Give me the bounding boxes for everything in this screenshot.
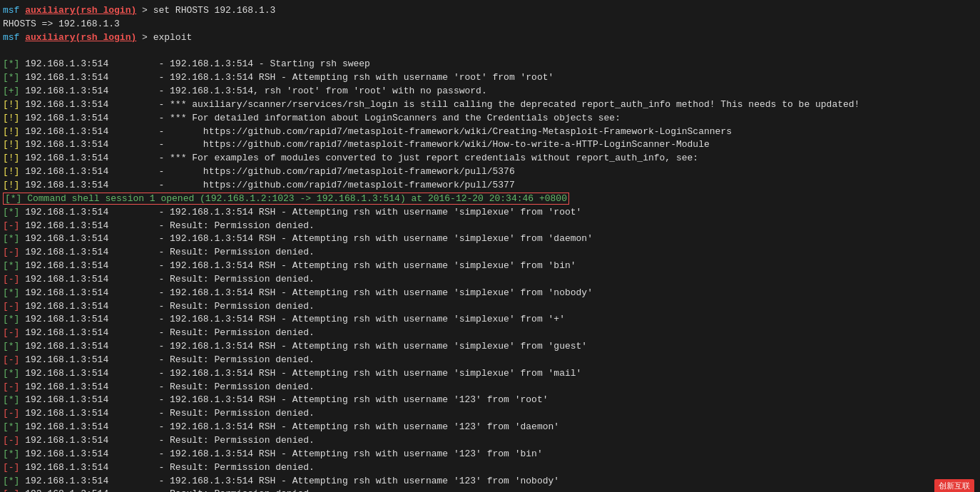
- log-tag: [!]: [3, 166, 19, 177]
- log-tag: [*]: [3, 394, 19, 405]
- terminal-line: [*] 192.168.1.3:514 - 192.168.1.3:514 RS…: [3, 448, 977, 461]
- log-tag: [-]: [3, 462, 19, 473]
- log-tag: [-]: [3, 381, 19, 392]
- terminal-line: [!] 192.168.1.3:514 - *** auxiliary/scan…: [3, 98, 977, 112]
- log-tag: [*]: [3, 287, 19, 298]
- terminal-line: [*] Command shell session 1 opened (192.…: [3, 193, 977, 206]
- module-name: auxiliary(rsh_login): [25, 32, 136, 43]
- log-text: 192.168.1.3:514 - Result: Permission den…: [19, 327, 314, 338]
- prompt-command: > exploit: [142, 32, 192, 43]
- log-text: 192.168.1.3:514 - 192.168.1.3:514 RSH - …: [19, 260, 576, 271]
- log-tag: [*]: [3, 58, 19, 69]
- log-tag: [*]: [3, 476, 19, 486]
- watermark-badge: 创新互联: [934, 479, 974, 492]
- terminal-line: [-] 192.168.1.3:514 - Result: Permission…: [3, 354, 977, 367]
- log-text: 192.168.1.3:514 - Result: Permission den…: [19, 220, 314, 231]
- terminal-line: [*] 192.168.1.3:514 - 192.168.1.3:514 - …: [3, 58, 977, 71]
- log-text: 192.168.1.3:514 - 192.168.1.3:514 RSH - …: [19, 314, 565, 324]
- terminal-line: msf auxiliary(rsh_login) > set RHOSTS 19…: [3, 4, 977, 18]
- log-text: 192.168.1.3:514 - https://github.com/rap…: [19, 180, 514, 190]
- log-tag: [*]: [3, 72, 19, 83]
- terminal-line: [*] 192.168.1.3:514 - 192.168.1.3:514 RS…: [3, 206, 977, 220]
- terminal-line: [-] 192.168.1.3:514 - Result: Permission…: [3, 246, 977, 260]
- log-tag: [*]: [3, 260, 19, 271]
- log-text: 192.168.1.3:514 - https://github.com/rap…: [19, 126, 732, 137]
- log-tag: [!]: [3, 153, 19, 163]
- log-tag: [*]: [3, 207, 19, 217]
- log-tag: [-]: [3, 220, 19, 231]
- log-tag: [*]: [3, 233, 19, 244]
- terminal-line: [*] 192.168.1.3:514 - 192.168.1.3:514 RS…: [3, 313, 977, 327]
- terminal-line: [!] 192.168.1.3:514 - https://github.com…: [3, 165, 977, 179]
- log-tag: [!]: [3, 113, 19, 123]
- log-tag: [-]: [3, 274, 19, 285]
- module-name: auxiliary(rsh_login): [25, 5, 136, 16]
- log-text: 192.168.1.3:514 - 192.168.1.3:514 RSH - …: [19, 287, 593, 298]
- terminal-line: [-] 192.168.1.3:514 - Result: Permission…: [3, 407, 977, 421]
- terminal-line: [-] 192.168.1.3:514 - Result: Permission…: [3, 300, 977, 314]
- log-text: 192.168.1.3:514 - 192.168.1.3:514 - Star…: [19, 58, 369, 69]
- terminal-line: [+] 192.168.1.3:514 - 192.168.1.3:514, r…: [3, 85, 977, 98]
- log-tag: [*]: [3, 314, 19, 324]
- log-text: 192.168.1.3:514 - 192.168.1.3:514 RSH - …: [19, 233, 593, 244]
- terminal-line: msf auxiliary(rsh_login) > exploit: [3, 31, 977, 45]
- terminal-output: msf auxiliary(rsh_login) > set RHOSTS 19…: [3, 4, 977, 492]
- log-tag: [-]: [3, 488, 19, 492]
- terminal-line: [-] 192.168.1.3:514 - Result: Permission…: [3, 327, 977, 340]
- terminal-line: [*] 192.168.1.3:514 - 192.168.1.3:514 RS…: [3, 367, 977, 381]
- log-text: 192.168.1.3:514 - Result: Permission den…: [19, 462, 314, 473]
- terminal-line: [-] 192.168.1.3:514 - Result: Permission…: [3, 461, 977, 475]
- log-text: 192.168.1.3:514 - 192.168.1.3:514 RSH - …: [19, 449, 542, 459]
- msf-prompt: msf: [3, 5, 19, 16]
- log-text: 192.168.1.3:514 - Result: Permission den…: [19, 435, 314, 446]
- terminal-line: [-] 192.168.1.3:514 - Result: Permission…: [3, 434, 977, 448]
- log-text: 192.168.1.3:514 - https://github.com/rap…: [19, 166, 514, 177]
- log-tag: [-]: [3, 247, 19, 257]
- terminal-line: [!] 192.168.1.3:514 - https://github.com…: [3, 125, 977, 139]
- log-text: 192.168.1.3:514 - 192.168.1.3:514 RSH - …: [19, 421, 559, 432]
- log-tag: [-]: [3, 408, 19, 419]
- output-text: RHOSTS => 192.168.1.3: [3, 19, 120, 29]
- log-tag: [*]: [3, 421, 19, 432]
- log-text: 192.168.1.3:514 - *** For detailed infor…: [19, 113, 621, 123]
- log-text: 192.168.1.3:514 - Result: Permission den…: [19, 408, 314, 419]
- log-text: 192.168.1.3:514 - 192.168.1.3:514 RSH - …: [19, 72, 553, 83]
- log-tag: [-]: [3, 354, 19, 365]
- log-tag: [-]: [3, 301, 19, 312]
- log-text: 192.168.1.3:514 - https://github.com/rap…: [19, 139, 709, 150]
- terminal-line: [-] 192.168.1.3:514 - Result: Permission…: [3, 488, 977, 492]
- log-text: 192.168.1.3:514 - 192.168.1.3:514 RSH - …: [19, 368, 581, 379]
- log-text: 192.168.1.3:514 - 192.168.1.3:514, rsh '…: [19, 86, 486, 96]
- terminal-line: [*] 192.168.1.3:514 - 192.168.1.3:514 RS…: [3, 475, 977, 488]
- log-tag: [-]: [3, 435, 19, 446]
- log-tag: [!]: [3, 126, 19, 137]
- terminal-line: [*] 192.168.1.3:514 - 192.168.1.3:514 RS…: [3, 287, 977, 300]
- terminal-line: [3, 45, 977, 58]
- log-text: 192.168.1.3:514 - *** For examples of mo…: [19, 153, 698, 163]
- terminal-line: [-] 192.168.1.3:514 - Result: Permission…: [3, 273, 977, 287]
- log-text: 192.168.1.3:514 - Result: Permission den…: [19, 381, 314, 392]
- log-text: 192.168.1.3:514 - 192.168.1.3:514 RSH - …: [19, 476, 559, 486]
- log-text: 192.168.1.3:514 - Result: Permission den…: [19, 274, 314, 285]
- msf-prompt: msf: [3, 32, 19, 43]
- log-tag: [!]: [3, 180, 19, 190]
- terminal-window: msf auxiliary(rsh_login) > set RHOSTS 19…: [3, 4, 977, 492]
- highlight-line: [*] Command shell session 1 opened (192.…: [3, 193, 569, 205]
- terminal-line: [!] 192.168.1.3:514 - *** For detailed i…: [3, 112, 977, 125]
- log-text: 192.168.1.3:514 - Result: Permission den…: [19, 354, 314, 365]
- log-text: 192.168.1.3:514 - 192.168.1.3:514 RSH - …: [19, 207, 581, 217]
- terminal-line: [*] 192.168.1.3:514 - 192.168.1.3:514 RS…: [3, 260, 977, 273]
- log-tag: [!]: [3, 139, 19, 150]
- terminal-line: [*] 192.168.1.3:514 - 192.168.1.3:514 RS…: [3, 340, 977, 354]
- terminal-line: [*] 192.168.1.3:514 - 192.168.1.3:514 RS…: [3, 232, 977, 246]
- terminal-line: [!] 192.168.1.3:514 - https://github.com…: [3, 138, 977, 152]
- terminal-line: [*] 192.168.1.3:514 - 192.168.1.3:514 RS…: [3, 421, 977, 434]
- terminal-line: [!] 192.168.1.3:514 - *** For examples o…: [3, 152, 977, 165]
- log-text: 192.168.1.3:514 - 192.168.1.3:514 RSH - …: [19, 341, 587, 352]
- terminal-line: [*] 192.168.1.3:514 - 192.168.1.3:514 RS…: [3, 71, 977, 85]
- terminal-line: [*] 192.168.1.3:514 - 192.168.1.3:514 RS…: [3, 394, 977, 407]
- log-tag: [*]: [3, 368, 19, 379]
- log-tag: [-]: [3, 327, 19, 338]
- log-text: 192.168.1.3:514 - 192.168.1.3:514 RSH - …: [19, 394, 548, 405]
- log-text: 192.168.1.3:514 - Result: Permission den…: [19, 488, 314, 492]
